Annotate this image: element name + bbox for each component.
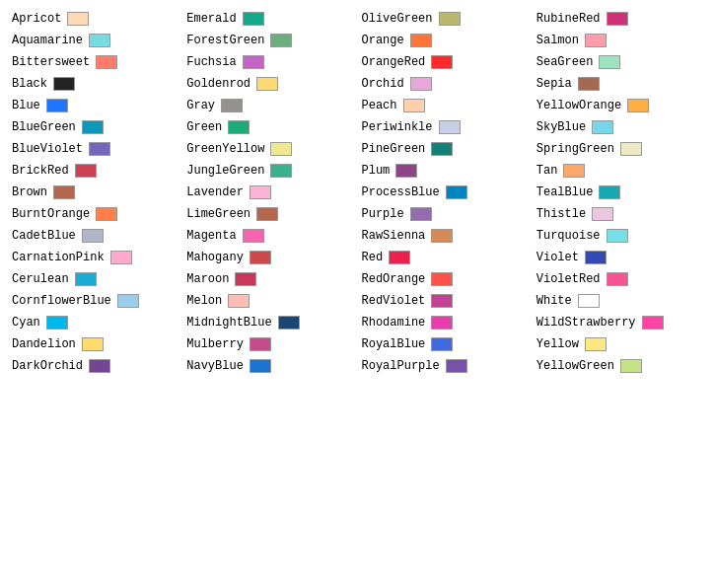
color-name: Rhodamine xyxy=(362,316,426,330)
color-item: Blue xyxy=(8,95,182,116)
color-item: MidnightBlue xyxy=(182,312,357,333)
color-name: RoyalPurple xyxy=(362,359,440,373)
color-item: YellowGreen xyxy=(533,355,707,377)
color-name: OliveGreen xyxy=(362,12,433,26)
color-name: RawSienna xyxy=(362,229,426,243)
color-swatch xyxy=(256,207,278,221)
color-item: Green xyxy=(182,116,357,138)
color-item: CadetBlue xyxy=(8,225,182,247)
color-name: OrangeRed xyxy=(362,55,426,69)
color-swatch xyxy=(82,337,104,351)
color-item: CornflowerBlue xyxy=(8,290,182,312)
color-swatch xyxy=(592,207,613,221)
color-name: BrickRed xyxy=(12,164,69,178)
color-name: Sepia xyxy=(536,77,572,91)
color-swatch xyxy=(53,185,75,199)
color-swatch xyxy=(642,316,664,330)
color-name: ForestGreen xyxy=(186,34,264,47)
color-item: Melon xyxy=(182,290,357,312)
color-item: TealBlue xyxy=(533,182,707,203)
color-item: Magenta xyxy=(182,225,357,247)
color-item: CarnationPink xyxy=(8,247,182,268)
color-item: Apricot xyxy=(8,8,182,30)
color-item: RedOrange xyxy=(358,268,533,290)
color-item: PineGreen xyxy=(358,138,533,160)
color-name: Purple xyxy=(362,207,404,221)
color-name: Tan xyxy=(536,164,558,178)
color-name: Mulberry xyxy=(186,337,244,351)
color-item: RoyalBlue xyxy=(358,333,533,355)
color-name: Fuchsia xyxy=(186,55,236,69)
color-name: CadetBlue xyxy=(12,229,76,243)
color-swatch xyxy=(599,185,620,199)
color-name: NavyBlue xyxy=(186,359,244,373)
color-swatch xyxy=(578,294,600,308)
color-name: Yellow xyxy=(536,337,579,351)
color-name: Gray xyxy=(186,99,215,112)
color-swatch xyxy=(431,294,453,308)
color-swatch xyxy=(607,229,628,243)
color-swatch xyxy=(243,12,264,26)
color-swatch xyxy=(221,99,243,112)
color-item: Turquoise xyxy=(533,225,707,247)
color-swatch xyxy=(46,316,68,330)
color-item: Goldenrod xyxy=(182,73,357,95)
color-name: CarnationPink xyxy=(12,251,105,264)
color-name: Turquoise xyxy=(536,229,601,243)
color-item: Yellow xyxy=(533,333,707,355)
color-item: BurntOrange xyxy=(8,203,182,225)
color-item: RedViolet xyxy=(358,290,533,312)
color-name: Mahogany xyxy=(186,251,244,264)
color-name: LimeGreen xyxy=(186,207,250,221)
color-name: PineGreen xyxy=(362,142,426,156)
color-item: BlueViolet xyxy=(8,138,182,160)
color-item: SpringGreen xyxy=(533,138,707,160)
color-swatch xyxy=(243,229,264,243)
color-swatch xyxy=(278,316,300,330)
color-swatch xyxy=(46,99,68,112)
color-name: RedViolet xyxy=(362,294,426,308)
color-name: BlueViolet xyxy=(12,142,83,156)
color-swatch xyxy=(250,359,271,373)
color-item: VioletRed xyxy=(533,268,707,290)
color-name: YellowGreen xyxy=(536,359,614,373)
color-name: Black xyxy=(12,77,47,91)
color-swatch xyxy=(439,120,461,134)
color-name: YellowOrange xyxy=(536,99,621,112)
color-name: Green xyxy=(186,120,222,134)
color-swatch xyxy=(89,142,110,156)
color-swatch xyxy=(96,207,117,221)
color-item: Maroon xyxy=(182,268,357,290)
color-column-0: ApricotAquamarineBittersweetBlackBlueBlu… xyxy=(8,8,182,377)
color-item: Bittersweet xyxy=(8,51,182,73)
color-name: TealBlue xyxy=(536,185,594,199)
color-swatch xyxy=(110,251,132,264)
color-swatch xyxy=(585,251,607,264)
color-item: WildStrawberry xyxy=(533,312,707,333)
color-item: RoyalPurple xyxy=(358,355,533,377)
color-swatch xyxy=(235,272,256,286)
color-grid: ApricotAquamarineBittersweetBlackBlueBlu… xyxy=(8,8,707,377)
color-item: OliveGreen xyxy=(358,8,533,30)
color-swatch xyxy=(446,359,467,373)
color-item: BlueGreen xyxy=(8,116,182,138)
color-swatch xyxy=(410,207,432,221)
color-swatch xyxy=(270,34,292,47)
color-swatch xyxy=(403,99,425,112)
color-name: Plum xyxy=(362,164,391,178)
color-name: Emerald xyxy=(186,12,236,26)
color-item: ForestGreen xyxy=(182,30,357,51)
color-name: VioletRed xyxy=(536,272,601,286)
color-item: Red xyxy=(358,247,533,268)
color-swatch xyxy=(585,34,607,47)
color-name: CornflowerBlue xyxy=(12,294,111,308)
color-swatch xyxy=(250,251,271,264)
color-swatch xyxy=(250,337,271,351)
color-swatch xyxy=(410,34,432,47)
color-item: Mahogany xyxy=(182,247,357,268)
color-item: Orange xyxy=(358,30,533,51)
color-name: Blue xyxy=(12,99,40,112)
color-swatch xyxy=(256,77,278,91)
color-swatch xyxy=(607,12,628,26)
color-item: Peach xyxy=(358,95,533,116)
